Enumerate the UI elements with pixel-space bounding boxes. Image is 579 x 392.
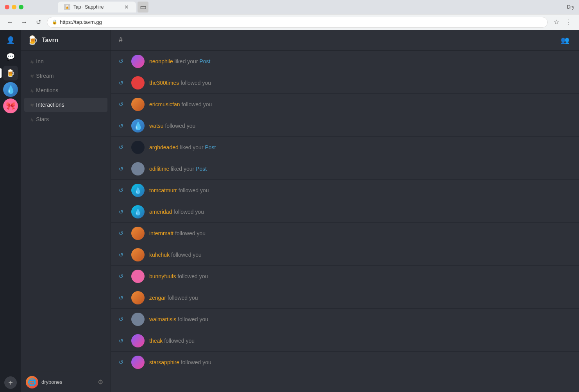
interaction-text: starsapphire followed you bbox=[149, 359, 211, 365]
action-text: followed you bbox=[176, 273, 208, 279]
main-content: # 👥 ↺neonphile liked your Post↺the300tim… bbox=[111, 30, 579, 392]
post-link[interactable]: Post bbox=[194, 166, 207, 172]
action-text: followed you bbox=[180, 101, 212, 107]
browser-user-label: Dry bbox=[567, 4, 574, 10]
interaction-text: odilitime liked your Post bbox=[149, 166, 207, 172]
fullscreen-button[interactable] bbox=[19, 5, 23, 9]
content-header-title: # bbox=[119, 36, 123, 44]
avatar bbox=[131, 291, 145, 304]
post-link[interactable]: Post bbox=[198, 58, 211, 64]
interaction-text: kuhchuk followed you bbox=[149, 252, 202, 258]
action-text: followed you bbox=[179, 359, 211, 365]
hash-icon: # bbox=[30, 87, 34, 94]
minimize-button[interactable] bbox=[12, 5, 16, 9]
retweet-icon: ↺ bbox=[119, 273, 127, 279]
footer-avatar: 🌐 bbox=[26, 376, 38, 388]
nav-label-stars: Stars bbox=[36, 116, 49, 122]
avatar: 💧 bbox=[131, 205, 145, 218]
username-link[interactable]: tomcatmurr bbox=[149, 187, 177, 193]
list-item: ↺internmatt followed you bbox=[111, 223, 579, 244]
address-bar[interactable]: 🔒 https://tap.tavrn.gg bbox=[47, 17, 548, 28]
rail-drop-avatar[interactable]: 💧 bbox=[3, 82, 18, 97]
username-link[interactable]: internmatt bbox=[149, 230, 173, 236]
header-hash-icon: # bbox=[119, 36, 123, 44]
sidebar-footer: 🌐 drybones ⚙ bbox=[21, 372, 111, 392]
hash-icon: # bbox=[30, 73, 34, 79]
avatar: 💧 bbox=[131, 119, 145, 132]
close-button[interactable] bbox=[5, 5, 9, 9]
menu-button[interactable]: ⋮ bbox=[563, 17, 574, 28]
hash-icon: # bbox=[30, 116, 34, 123]
username-link[interactable]: the300times bbox=[149, 80, 179, 86]
username-link[interactable]: watsu bbox=[149, 123, 164, 129]
browser-chrome: 🍺 Tap · Sapphire ✕ ▭ Dry ← → ↺ 🔒 https:/… bbox=[0, 0, 579, 30]
avatar bbox=[131, 334, 145, 347]
sidebar-logo: 🍺 bbox=[27, 35, 38, 45]
list-item: ↺walmartisis followed you bbox=[111, 309, 579, 330]
action-text: followed you bbox=[164, 123, 196, 129]
action-text: liked your bbox=[169, 166, 194, 172]
username-link[interactable]: theak bbox=[149, 338, 163, 344]
forward-button[interactable]: → bbox=[19, 17, 30, 28]
username-link[interactable]: starsapphire bbox=[149, 359, 179, 365]
tab-title: Tap · Sapphire bbox=[73, 4, 120, 10]
action-text: followed you bbox=[163, 338, 195, 344]
group-icon[interactable]: 👥 bbox=[559, 34, 571, 47]
username-link[interactable]: ericmusicfan bbox=[149, 101, 180, 107]
browser-tab[interactable]: 🍺 Tap · Sapphire ✕ bbox=[58, 2, 136, 13]
interactions-list: ↺neonphile liked your Post↺the300times f… bbox=[111, 51, 579, 392]
avatar bbox=[131, 227, 145, 240]
post-link[interactable]: Post bbox=[204, 144, 216, 150]
username-link[interactable]: walmartisis bbox=[149, 316, 176, 322]
retweet-icon: ↺ bbox=[119, 187, 127, 193]
sidebar-item-inn[interactable]: # Inn bbox=[24, 54, 107, 68]
sidebar-item-interactions[interactable]: # Interactions bbox=[24, 98, 107, 112]
new-tab-button[interactable]: ▭ bbox=[138, 2, 148, 13]
sidebar-header: 🍺 Tavrn bbox=[21, 30, 111, 51]
retweet-icon: ↺ bbox=[119, 230, 127, 236]
add-server-button[interactable]: + bbox=[4, 376, 17, 389]
tab-close-button[interactable]: ✕ bbox=[123, 4, 130, 10]
interaction-text: theak followed you bbox=[149, 338, 195, 344]
bookmark-button[interactable]: ☆ bbox=[551, 17, 562, 28]
app-container: 👤 💬 🍺 💧 🎀 + 🍺 Tavrn # Inn # Stream # Men… bbox=[0, 30, 579, 392]
refresh-button[interactable]: ↺ bbox=[33, 17, 44, 28]
list-item: ↺💧tomcatmurr followed you bbox=[111, 180, 579, 201]
sidebar-item-mentions[interactable]: # Mentions bbox=[24, 83, 107, 97]
rail-chat-icon[interactable]: 💬 bbox=[3, 49, 18, 64]
sidebar-item-stream[interactable]: # Stream bbox=[24, 69, 107, 83]
username-link[interactable]: neonphile bbox=[149, 58, 173, 64]
rail-profile-icon[interactable]: 👤 bbox=[3, 33, 18, 48]
toolbar-actions: ☆ ⋮ bbox=[551, 17, 574, 28]
rail-beer-icon[interactable]: 🍺 bbox=[3, 66, 18, 81]
username-link[interactable]: bunnyfuufs bbox=[149, 273, 176, 279]
list-item: ↺zengar followed you bbox=[111, 287, 579, 309]
settings-button[interactable]: ⚙ bbox=[95, 377, 106, 388]
list-item: ↺the300times followed you bbox=[111, 72, 579, 94]
username-link[interactable]: arghdeaded bbox=[149, 144, 179, 150]
retweet-icon: ↺ bbox=[119, 295, 127, 301]
list-item: ↺💧ameridad followed you bbox=[111, 201, 579, 223]
avatar bbox=[131, 55, 145, 68]
interaction-text: zengar followed you bbox=[149, 295, 198, 301]
username-link[interactable]: odilitime bbox=[149, 166, 169, 172]
username-link[interactable]: ameridad bbox=[149, 209, 172, 215]
tab-bar: 🍺 Tap · Sapphire ✕ ▭ bbox=[27, 2, 564, 13]
tab-favicon: 🍺 bbox=[64, 4, 70, 10]
username-link[interactable]: zengar bbox=[149, 295, 166, 301]
avatar bbox=[131, 98, 145, 111]
action-text: followed you bbox=[173, 230, 206, 236]
avatar bbox=[131, 313, 145, 326]
sidebar-item-stars[interactable]: # Stars bbox=[24, 112, 107, 126]
interaction-text: arghdeaded liked your Post bbox=[149, 144, 216, 150]
list-item: ↺bunnyfuufs followed you bbox=[111, 266, 579, 287]
retweet-icon: ↺ bbox=[119, 80, 127, 86]
username-link[interactable]: kuhchuk bbox=[149, 252, 170, 258]
retweet-icon: ↺ bbox=[119, 316, 127, 322]
retweet-icon: ↺ bbox=[119, 252, 127, 258]
back-button[interactable]: ← bbox=[5, 17, 16, 28]
list-item: ↺kuhchuk followed you bbox=[111, 244, 579, 266]
browser-titlebar: 🍺 Tap · Sapphire ✕ ▭ Dry bbox=[0, 0, 579, 14]
rail-kirby-avatar[interactable]: 🎀 bbox=[3, 98, 18, 113]
interaction-text: neonphile liked your Post bbox=[149, 58, 210, 64]
